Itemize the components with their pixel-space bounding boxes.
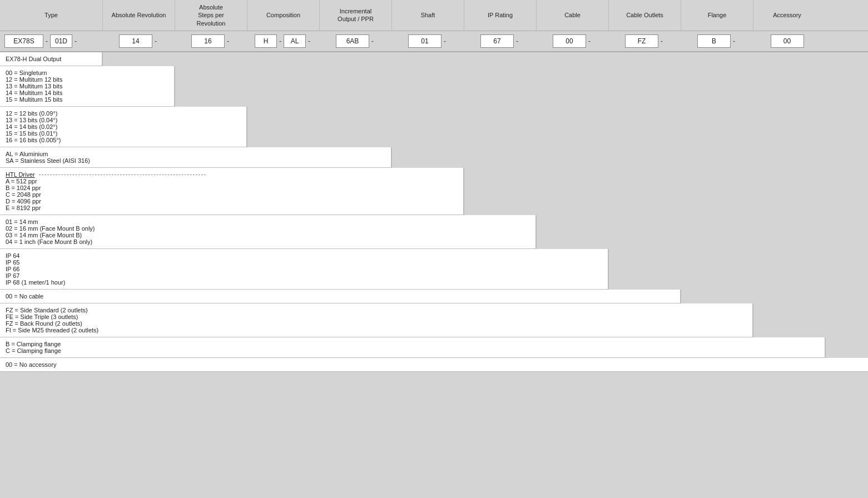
value-flange[interactable]: B xyxy=(697,34,731,48)
flange-gray-fill xyxy=(826,337,868,358)
absstep-line-2: 14 = 14 bits (0.02°) xyxy=(6,123,241,130)
incr-gray-fill xyxy=(464,168,868,215)
value-acc-cell: 00 xyxy=(753,34,821,48)
ip-line-1: IP 65 xyxy=(6,259,602,266)
value-flange-cell: B - xyxy=(681,34,753,48)
model-gray-fill xyxy=(103,52,868,66)
ip-line-3: IP 67 xyxy=(6,272,602,279)
value-type-suffix[interactable]: 01D xyxy=(50,34,72,48)
absstep-desc: 12 = 12 bits (0.09°) 13 = 13 bits (0.04°… xyxy=(0,107,247,147)
shaft-gray-fill xyxy=(537,215,868,249)
layer-comp: AL = Aluminium SA = Stainless Steel (AIS… xyxy=(0,147,868,168)
header-accessory: Accessory xyxy=(753,0,821,31)
header-ip-rating: IP Rating xyxy=(464,0,537,31)
dash-7: - xyxy=(369,37,376,45)
layer-shaft: 01 = 14 mm 02 = 16 mm (Face Mount B only… xyxy=(0,215,868,249)
absstep-line-4: 16 = 16 bits (0.005°) xyxy=(6,137,241,143)
dash-10: - xyxy=(586,37,593,45)
layer-incr: HTL Driver A = 512 ppr B = 1024 ppr C = … xyxy=(0,168,868,215)
layer-accessory: 00 = No accessory xyxy=(0,358,868,372)
header-abs-revolution: Absolute Revolution xyxy=(103,0,175,31)
value-composition[interactable]: AL xyxy=(284,34,306,48)
header-type-label: Type xyxy=(44,11,58,19)
header-flange: Flange xyxy=(681,0,753,31)
incr-line-1: B = 1024 ppr xyxy=(6,185,458,191)
value-incremental[interactable]: 6AB xyxy=(336,34,369,48)
comp-line-0: AL = Aluminium xyxy=(6,151,385,157)
value-abs-steps[interactable]: 16 xyxy=(191,34,225,48)
incr-htl-label: HTL Driver xyxy=(6,171,35,178)
header-shaft: Shaft xyxy=(392,0,464,31)
model-desc: EX78-H Dual Output xyxy=(0,52,103,66)
incr-desc: HTL Driver A = 512 ppr B = 1024 ppr C = … xyxy=(0,168,464,215)
incr-line-2: C = 2048 ppr xyxy=(6,191,458,198)
value-comp-prefix[interactable]: H xyxy=(255,34,277,48)
dash-1: - xyxy=(43,37,50,45)
absrev-line-3: 14 = Multiturn 14 bits xyxy=(6,89,168,96)
value-type-cell: EX78S - 01D - xyxy=(0,34,103,48)
incr-htl-dashes xyxy=(39,175,206,175)
value-comp-cell: H - AL - xyxy=(247,34,320,48)
cable-line-0: 00 = No cable xyxy=(6,293,674,300)
cableout-gray-fill xyxy=(753,303,868,337)
accessory-line-0: 00 = No accessory xyxy=(6,361,862,368)
cable-desc: 00 = No cable xyxy=(0,290,681,303)
header-cable-outlets: Cable Outlets xyxy=(609,0,681,31)
absstep-line-1: 13 = 13 bits (0.04°) xyxy=(6,117,241,123)
flange-desc: B = Clamping flange C = Clamping flange xyxy=(0,337,826,358)
value-cable-outlets[interactable]: FZ xyxy=(625,34,658,48)
value-incr-cell: 6AB - xyxy=(320,34,392,48)
header-cable-outlets-label: Cable Outlets xyxy=(626,11,663,19)
dash-5: - xyxy=(277,37,284,45)
absrev-desc: 00 = Singleturn 12 = Multiturn 12 bits 1… xyxy=(0,66,175,107)
value-accessory[interactable]: 00 xyxy=(771,34,804,48)
accessory-desc: 00 = No accessory xyxy=(0,358,868,372)
dash-9: - xyxy=(514,37,520,45)
incr-line-4: E = 8192 ppr xyxy=(6,205,458,211)
cable-gray-fill xyxy=(681,290,868,303)
value-type[interactable]: EX78S xyxy=(4,34,43,48)
dash-2: - xyxy=(72,37,79,45)
value-ip-rating[interactable]: 67 xyxy=(480,34,514,48)
dash-12: - xyxy=(731,37,737,45)
absstep-line-0: 12 = 12 bits (0.09°) xyxy=(6,110,241,117)
header-cable: Cable xyxy=(537,0,609,31)
layer-cable: 00 = No cable xyxy=(0,290,868,303)
incr-line-3: D = 4096 ppr xyxy=(6,198,458,205)
dash-3: - xyxy=(152,37,159,45)
header-abs-steps-label: Absolute Steps per Revolution xyxy=(197,3,226,27)
header-flange-label: Flange xyxy=(708,11,727,19)
header-incremental: Incremental Output / PPR xyxy=(320,0,392,31)
comp-line-1: SA = Stainless Steel (AISI 316) xyxy=(6,157,385,164)
absrev-line-1: 12 = Multiturn 12 bits xyxy=(6,76,168,83)
absrev-line-0: 00 = Singleturn xyxy=(6,69,168,76)
header-abs-steps: Absolute Steps per Revolution xyxy=(175,0,247,31)
value-shaft-cell: 01 - xyxy=(392,34,464,48)
main-container: Type Absolute Revolution Absolute Steps … xyxy=(0,0,868,372)
value-cable[interactable]: 00 xyxy=(553,34,586,48)
value-abs-revolution[interactable]: 14 xyxy=(119,34,152,48)
model-title: EX78-H Dual Output xyxy=(6,56,96,62)
shaft-line-3: 04 = 1 inch (Face Mount B only) xyxy=(6,238,530,245)
comp-desc: AL = Aluminium SA = Stainless Steel (AIS… xyxy=(0,147,392,168)
absrev-line-4: 15 = Multiturn 15 bits xyxy=(6,96,168,103)
shaft-line-1: 02 = 16 mm (Face Mount B only) xyxy=(6,225,530,232)
header-ip-rating-label: IP Rating xyxy=(488,11,513,19)
header-composition-label: Composition xyxy=(266,11,300,19)
header-type: Type xyxy=(0,0,103,31)
cableout-line-1: FE = Side Triple (3 outlets) xyxy=(6,313,747,320)
layer-model: EX78-H Dual Output xyxy=(0,52,868,66)
header-cable-label: Cable xyxy=(564,11,581,19)
absrev-gray-fill xyxy=(175,66,868,107)
absstep-gray-fill xyxy=(247,107,868,147)
shaft-line-0: 01 = 14 mm xyxy=(6,218,530,225)
value-shaft[interactable]: 01 xyxy=(408,34,442,48)
header-shaft-label: Shaft xyxy=(421,11,435,19)
cableout-desc: FZ = Side Standard (2 outlets) FE = Side… xyxy=(0,303,753,337)
cableout-line-0: FZ = Side Standard (2 outlets) xyxy=(6,307,747,313)
value-cable-cell: 00 - xyxy=(537,34,609,48)
layer-absrev: 00 = Singleturn 12 = Multiturn 12 bits 1… xyxy=(0,66,868,107)
ip-line-2: IP 66 xyxy=(6,266,602,272)
value-ip-cell: 67 - xyxy=(464,34,537,48)
dash-8: - xyxy=(442,37,448,45)
